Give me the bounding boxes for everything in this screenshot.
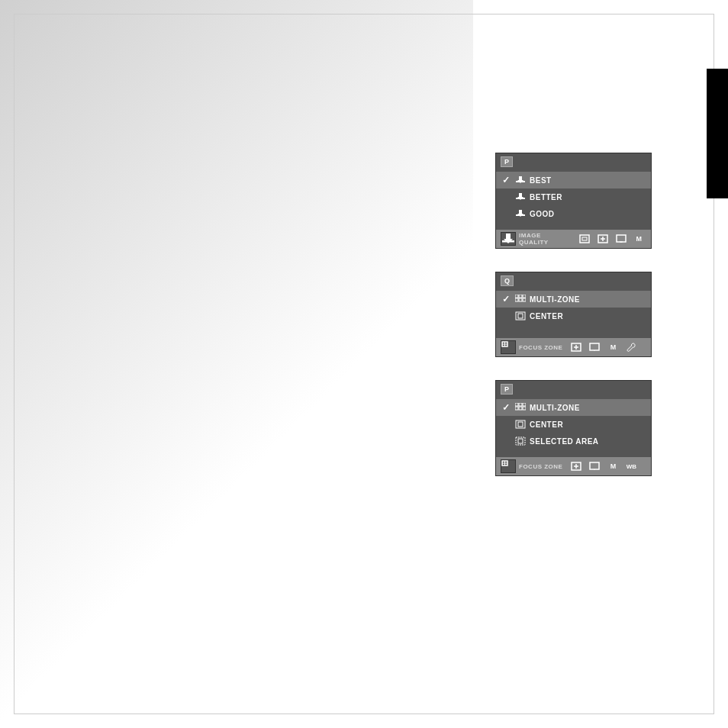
- multizone-icon-p: [515, 403, 526, 412]
- footer-icon-display-q[interactable]: [587, 340, 602, 354]
- svg-rect-25: [523, 298, 526, 301]
- footer-icon-M-p[interactable]: M: [605, 459, 620, 473]
- svg-rect-12: [580, 235, 589, 243]
- panel1-menu-items: ✓ BEST ✓ BETTER ✓: [496, 170, 651, 230]
- panel2-header: Q: [496, 272, 651, 289]
- svg-rect-43: [518, 422, 523, 427]
- download-icon-better: [515, 192, 526, 201]
- item-label-better: BETTER: [530, 193, 562, 201]
- focus-zone-panel-p: P ✓ MULTI-ZONE ✓: [495, 380, 652, 476]
- menu-item-center-p[interactable]: ✓ CENTER: [496, 416, 651, 433]
- exposure-icon-1: [598, 234, 608, 243]
- display-icon-q: [589, 343, 600, 352]
- panel2-footer: FOCUS ZONE M: [496, 338, 651, 356]
- item-label-center-p: CENTER: [530, 420, 563, 429]
- svg-rect-23: [515, 298, 518, 301]
- frame-icon-1: [579, 234, 590, 243]
- svg-rect-11: [506, 234, 511, 239]
- panel3-menu-items: ✓ MULTI-ZONE ✓ CENTER: [496, 398, 651, 457]
- svg-rect-41: [523, 407, 526, 410]
- selectedarea-icon-p: [515, 436, 526, 446]
- big-download-icon: [501, 233, 515, 245]
- menu-item-center-q[interactable]: ✓ CENTER: [496, 308, 651, 324]
- svg-rect-52: [590, 462, 599, 469]
- svg-rect-13: [582, 237, 587, 240]
- exposure-icon-p: [571, 462, 581, 471]
- footer-label-focus-q: FOCUS ZONE: [519, 344, 562, 351]
- item-label-multizone-p: MULTI-ZONE: [530, 404, 580, 412]
- checkmark-multizone-p: ✓: [502, 402, 511, 413]
- menu-item-best[interactable]: ✓ BEST: [496, 172, 651, 188]
- footer-icon-download[interactable]: [501, 232, 516, 246]
- spacer3: [496, 449, 651, 456]
- mode-badge-p3: P: [501, 384, 513, 395]
- svg-rect-24: [519, 298, 522, 301]
- focus-frame-icon-q: [501, 341, 515, 353]
- spacer2b: [496, 330, 651, 337]
- panel3-header: P: [496, 381, 651, 398]
- svg-rect-39: [515, 407, 518, 410]
- footer-icon-frame1[interactable]: [578, 232, 593, 246]
- footer-icon-WB-p[interactable]: WB: [623, 459, 639, 473]
- footer-icon-focusframe-q[interactable]: [501, 340, 516, 354]
- svg-rect-36: [515, 403, 518, 406]
- menu-item-good[interactable]: ✓ GOOD: [496, 205, 651, 222]
- multizone-icon-q: [515, 295, 526, 304]
- svg-rect-17: [617, 235, 626, 242]
- spacer2: [496, 324, 651, 330]
- footer-icon-display-p[interactable]: [587, 459, 602, 473]
- footer-label-quality: IMAGE QUALITY: [519, 232, 572, 246]
- svg-rect-34: [590, 343, 599, 350]
- menu-item-better[interactable]: ✓ BETTER: [496, 188, 651, 205]
- panel1-footer: IMAGE QUALITY: [496, 230, 651, 248]
- display-icon-1: [616, 234, 627, 243]
- svg-rect-27: [518, 314, 523, 318]
- svg-rect-2: [519, 176, 522, 180]
- exposure-icon-q: [571, 343, 581, 352]
- menu-item-multizone-p[interactable]: ✓ MULTI-ZONE: [496, 399, 651, 416]
- svg-rect-37: [519, 403, 522, 406]
- footer-icon-focusframe-p[interactable]: [501, 459, 516, 473]
- checkmark-multizone-q: ✓: [502, 294, 511, 304]
- image-quality-panel: P ✓ BEST ✓ BETTER: [495, 153, 652, 249]
- item-label-center-q: CENTER: [530, 312, 563, 321]
- footer-icon-exposure1[interactable]: [595, 232, 610, 246]
- footer-icon-display1[interactable]: [614, 232, 629, 246]
- svg-rect-22: [523, 295, 526, 298]
- display-icon-p: [589, 462, 600, 471]
- mode-badge-q: Q: [501, 275, 514, 286]
- footer-icon-wrench-q[interactable]: [623, 340, 639, 354]
- svg-rect-8: [519, 210, 522, 214]
- mode-badge-p1: P: [501, 156, 513, 167]
- svg-rect-21: [519, 295, 522, 298]
- spacer1: [496, 222, 651, 228]
- footer-icon-M1[interactable]: M: [631, 232, 646, 246]
- svg-rect-38: [523, 403, 526, 406]
- menu-item-multizone-q[interactable]: ✓ MULTI-ZONE: [496, 291, 651, 308]
- item-label-selectedarea-p: SELECTED AREA: [530, 437, 599, 446]
- focus-zone-panel-q: Q ✓ MULTI-ZONE ✓: [495, 272, 652, 357]
- menu-item-selectedarea-p[interactable]: ✓ SELECTED AREA: [496, 433, 651, 449]
- panel3-footer: FOCUS ZONE M WB: [496, 457, 651, 475]
- panel1-header: P: [496, 153, 651, 170]
- item-label-multizone-q: MULTI-ZONE: [530, 295, 580, 304]
- item-label-good: GOOD: [530, 210, 555, 218]
- checkmark-best: ✓: [502, 175, 511, 185]
- footer-icon-exposure-q[interactable]: [569, 340, 584, 354]
- svg-rect-40: [519, 407, 522, 410]
- wrench-icon-q: [627, 343, 636, 352]
- svg-rect-5: [519, 193, 522, 197]
- panel2-menu-items: ✓ MULTI-ZONE ✓ CENTER: [496, 289, 651, 338]
- download-icon-good: [515, 209, 526, 218]
- svg-rect-45: [518, 439, 523, 443]
- item-label-best: BEST: [530, 176, 552, 185]
- footer-label-focus-p: FOCUS ZONE: [519, 463, 562, 470]
- footer-icon-exposure-p[interactable]: [569, 459, 584, 473]
- right-tab: [707, 69, 728, 198]
- download-icon-best: [515, 176, 526, 185]
- svg-rect-20: [515, 295, 518, 298]
- center-icon-q: [515, 311, 526, 321]
- footer-icon-M-q[interactable]: M: [605, 340, 620, 354]
- focus-frame-icon-p: [501, 460, 515, 472]
- panels-container: P ✓ BEST ✓ BETTER: [495, 153, 652, 476]
